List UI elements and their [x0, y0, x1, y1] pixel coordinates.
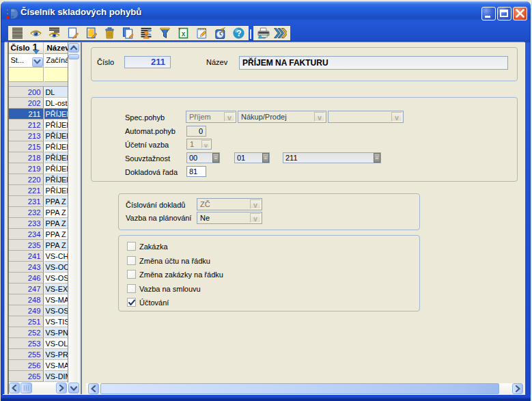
svg-text:?: ?: [236, 29, 242, 38]
svg-text:x: x: [182, 29, 186, 37]
